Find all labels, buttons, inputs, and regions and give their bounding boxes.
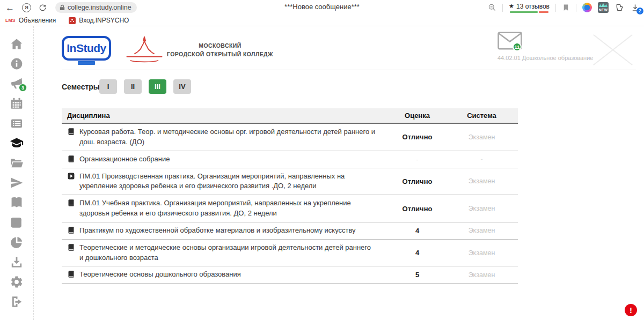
sidebar-item-info[interactable]	[10, 57, 24, 71]
column-discipline: Дисциплина	[67, 111, 384, 120]
sidebar-item-translate[interactable]	[10, 196, 24, 210]
discipline-name[interactable]: Практикум по художественной обработке ма…	[79, 226, 356, 236]
lock-icon	[60, 4, 65, 11]
discipline-name[interactable]: Теоретические и методические основы орга…	[79, 243, 376, 263]
extension-color-icon[interactable]	[582, 3, 592, 12]
reviews-rating-bar	[510, 11, 548, 13]
semester-button-III[interactable]: III	[149, 79, 166, 94]
college-name-line1: МОСКОВСКИЙ	[167, 42, 273, 50]
star-icon: ★	[509, 3, 514, 10]
list-icon	[10, 116, 24, 130]
table-row[interactable]: Курсовая работа. Теор. и методические ос…	[62, 124, 518, 151]
play-icon	[67, 172, 75, 180]
reviews-button[interactable]: ★ 13 отзывов	[509, 3, 550, 13]
table-row[interactable]: ПМ.01 Производственная практика. Организ…	[62, 168, 518, 196]
sidebar-item-settings[interactable]	[10, 275, 24, 289]
reviews-label: 13 отзывов	[516, 3, 550, 10]
browser-actions: ★ 13 отзывов NEW 2	[488, 0, 640, 15]
book-icon	[67, 270, 75, 278]
sidebar-item-home[interactable]	[10, 37, 24, 51]
sidebar-item-logout[interactable]	[10, 295, 24, 309]
extension-mitten-icon[interactable]	[614, 3, 625, 13]
system-value: Экзамен	[451, 133, 513, 141]
notification-badge: 3	[19, 84, 27, 92]
mail-button[interactable]: 11	[497, 32, 522, 50]
system-value: Экзамен	[451, 205, 513, 212]
instudy-logo[interactable]: InStudy	[62, 36, 111, 65]
sidebar-item-schedule[interactable]	[10, 116, 24, 130]
grades-table: Дисциплина Оценка Система Курсовая работ…	[62, 108, 518, 284]
column-system: Система	[451, 111, 513, 120]
sidebar-item-announcements[interactable]: 3	[10, 77, 24, 91]
column-grade: Оценка	[384, 111, 451, 120]
alert-icon[interactable]: !	[625, 304, 637, 316]
discipline-name[interactable]: ПМ.01 Производственная практика. Организ…	[79, 172, 376, 192]
instudy-logo-text: InStudy	[67, 42, 106, 55]
program-name: 44.02.01 Дошкольное образование	[497, 55, 593, 61]
bookmark-label: Вход.INPSYCHO	[79, 17, 129, 24]
table-row[interactable]: Практикум по художественной обработке ма…	[62, 222, 518, 240]
discipline-name[interactable]: Курсовая работа. Теор. и методические ос…	[79, 127, 376, 147]
college-name-line2: ГОРОДСКОЙ ОТКРЫТЫЙ КОЛЛЕДЖ	[167, 50, 273, 59]
discipline-name[interactable]: Организационное собрание	[79, 154, 170, 165]
logout-icon	[10, 295, 24, 309]
refresh-icon[interactable]	[39, 4, 47, 12]
close-icon[interactable]	[593, 33, 633, 67]
browser-menu-icon[interactable]: Я	[22, 3, 31, 12]
sidebar-item-downloads[interactable]	[10, 255, 24, 269]
college-tower-icon	[119, 35, 170, 65]
translate-icon	[10, 196, 24, 210]
extension-new-icon[interactable]: NEW	[598, 2, 609, 13]
tab-title[interactable]: ***Новое сообщение***	[284, 3, 360, 11]
table-row[interactable]: Теоретические и методические основы орга…	[62, 240, 518, 267]
table-row[interactable]: Теоретические основы дошкольного образов…	[62, 266, 518, 284]
divider	[502, 4, 503, 12]
zoom-out-icon[interactable]	[488, 3, 496, 12]
sidebar-item-statistics[interactable]	[10, 235, 24, 249]
semester-button-IV[interactable]: IV	[173, 79, 191, 94]
grade-value: Отлично	[384, 177, 451, 185]
instudy-logo-frame: InStudy	[62, 36, 111, 61]
grade-value: 5	[384, 271, 451, 279]
back-icon[interactable]: ←	[5, 3, 14, 12]
pie-icon	[10, 235, 24, 249]
sidebar: 3	[0, 26, 34, 320]
bookmark-item[interactable]: LMSОбъявления	[5, 17, 56, 24]
address-bar[interactable]: college.instudy.online	[55, 2, 137, 13]
table-row[interactable]: ПМ.01 Учебная практика. Организация меро…	[62, 195, 518, 222]
grade-value: -	[384, 155, 451, 163]
downloads-button[interactable]: 2	[631, 3, 640, 12]
system-value: Экзамен	[451, 271, 513, 279]
semester-switcher: Семестры IIIIIIIV	[62, 79, 644, 94]
grade-value: 4	[384, 227, 451, 235]
discipline-name[interactable]: ПМ.01 Учебная практика. Организация меро…	[79, 198, 376, 219]
mail-badge: 11	[513, 42, 522, 51]
system-value: Экзамен	[451, 227, 513, 234]
calendar-icon	[10, 96, 24, 110]
system-value: -	[451, 155, 513, 163]
book-icon	[67, 243, 75, 251]
table-row[interactable]: Организационное собрание - -	[62, 151, 518, 168]
discipline-name[interactable]: Теоретические основы дошкольного образов…	[79, 270, 241, 280]
sidebar-item-materials[interactable]	[10, 156, 24, 170]
system-value: Экзамен	[451, 249, 513, 257]
table-body: Курсовая работа. Теор. и методические ос…	[62, 124, 518, 284]
semester-button-I[interactable]: I	[99, 79, 117, 94]
book-icon	[67, 199, 75, 207]
book-icon	[67, 155, 75, 163]
sidebar-item-edit[interactable]	[10, 215, 24, 229]
bookmarks-bar: LMSОбъявленияВход.INPSYCHO	[0, 15, 644, 26]
semesters-label: Семестры	[62, 83, 99, 91]
sidebar-item-calendar[interactable]	[10, 96, 24, 110]
sidebar-item-grades[interactable]	[10, 136, 24, 150]
gradcap-icon	[10, 136, 24, 150]
bookmark-flag-icon[interactable]	[562, 3, 570, 12]
sidebar-item-messages[interactable]	[10, 176, 24, 190]
header-right: 11 44.02.01 Дошкольное образование	[497, 32, 593, 61]
college-name: МОСКОВСКИЙ ГОРОДСКОЙ ОТКРЫТЫЙ КОЛЛЕДЖ	[167, 42, 273, 59]
url-text: college.instudy.online	[68, 4, 131, 11]
browser-toolbar: ← Я college.instudy.online ***Новое сооб…	[0, 0, 644, 15]
main-content: InStudy МОСКОВСКИЙ ГОРОДС	[34, 26, 644, 320]
semester-button-II[interactable]: II	[124, 79, 142, 94]
bookmark-item[interactable]: Вход.INPSYCHO	[69, 17, 129, 24]
